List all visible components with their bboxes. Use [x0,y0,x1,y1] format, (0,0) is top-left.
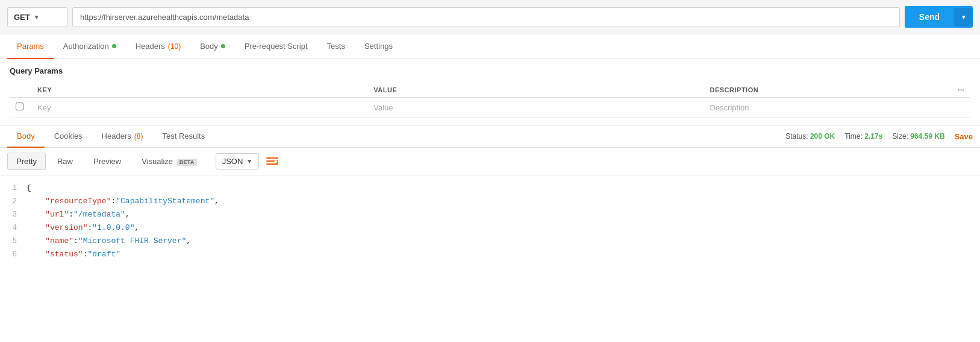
view-raw-button[interactable]: Raw [48,153,82,170]
json-line-2: 2 "resourceType": "CapabilityStatement", [0,195,980,208]
table-row: Key Value Description [10,98,970,118]
body-dot [221,44,225,48]
resp-tab-body-label: Body [17,131,35,141]
tab-headers[interactable]: Headers (10) [126,34,190,59]
method-text: GET [14,13,30,22]
checkbox-col-header [10,83,31,98]
response-meta: Status: 200 OK Time: 2.17s Size: 964.59 … [785,132,973,141]
tab-tests-label: Tests [327,42,345,51]
size-label-text: Size: [892,132,908,141]
row-checkbox[interactable] [10,98,31,118]
method-chevron-icon: ▼ [34,14,40,21]
json-key-2: "resourceType" [45,195,111,208]
authorization-dot [112,44,116,48]
status-label: Status: 200 OK [785,132,835,141]
json-key-5: "name" [45,235,73,248]
svg-rect-0 [266,157,278,159]
tab-params-label: Params [17,42,44,51]
size-value: 964.59 KB [910,132,944,141]
status-value: 200 OK [810,132,835,141]
svg-rect-2 [266,163,278,165]
url-input[interactable] [72,7,900,27]
resp-tab-headers-label: Headers [102,131,131,141]
resp-tab-body[interactable]: Body [7,125,45,148]
time-label-text: Time: [844,132,863,141]
tab-settings-label: Settings [364,42,393,51]
key-col-header: KEY [31,83,367,98]
send-dropdown-button[interactable]: ▼ [954,8,973,27]
svg-rect-1 [266,160,275,162]
tab-headers-label: Headers [136,42,165,51]
tab-tests[interactable]: Tests [317,34,355,59]
row-more [952,98,970,118]
tab-params[interactable]: Params [7,34,54,59]
send-button-group: Send ▼ [905,6,973,28]
headers-badge: (10) [168,42,181,51]
top-bar: GET ▼ Send ▼ [0,0,980,34]
status-label-text: Status: [785,132,808,141]
json-key-4: "version" [45,221,87,235]
tab-pre-request-label: Pre-request Script [245,42,308,51]
json-line-4: 4 "version": "1.0.0.0", [0,221,980,235]
tab-settings[interactable]: Settings [355,34,402,59]
row-description[interactable]: Description [704,98,952,118]
json-brace-open: { [27,182,31,195]
json-line-6: 6 "status": "draft" [0,248,980,261]
more-col-header: ··· [952,83,970,98]
format-select[interactable]: JSON ▼ [216,153,260,169]
time-label: Time: 2.17s [844,132,882,141]
json-val-3: "/metadata" [73,208,125,221]
response-tabs-row: Body Cookies Headers (8) Test Results St… [0,125,980,148]
resp-tab-headers[interactable]: Headers (8) [92,125,153,148]
json-content: 1 { 2 "resourceType": "CapabilityStateme… [0,176,980,268]
json-key-6: "status" [45,248,83,261]
line-num-5: 5 [2,235,27,247]
json-key-3: "url" [45,208,69,221]
line-num-4: 4 [2,222,27,234]
view-visualize-button[interactable]: Visualize BETA [133,153,205,170]
query-params-title: Query Params [10,66,970,75]
row-value[interactable]: Value [367,98,704,118]
json-val-6: "draft" [87,248,120,261]
row-key[interactable]: Key [31,98,367,118]
time-value: 2.17s [864,132,882,141]
view-pretty-button[interactable]: Pretty [7,153,46,170]
line-num-6: 6 [2,249,27,261]
json-line-5: 5 "name": "Microsoft FHIR Server", [0,235,980,248]
resp-headers-badge: (8) [134,132,143,141]
query-params-section: Query Params KEY VALUE DESCRIPTION ··· K… [0,59,980,125]
view-preview-button[interactable]: Preview [84,153,130,170]
format-text: JSON [222,157,243,166]
response-tabs: Body Cookies Headers (8) Test Results [7,125,214,147]
beta-badge: BETA [177,159,197,166]
resp-tab-test-results-label: Test Results [162,131,205,141]
tab-authorization[interactable]: Authorization [54,34,126,59]
json-line-1: 1 { [0,182,980,195]
send-button[interactable]: Send [905,6,954,28]
response-section: Body Cookies Headers (8) Test Results St… [0,125,980,268]
method-select[interactable]: GET ▼ [7,7,67,27]
params-table: KEY VALUE DESCRIPTION ··· Key Value Desc… [10,83,970,118]
tab-body-label: Body [200,42,218,51]
request-tabs: Params Authorization Headers (10) Body P… [0,34,980,59]
tab-pre-request-script[interactable]: Pre-request Script [235,34,317,59]
size-label: Size: 964.59 KB [892,132,944,141]
json-val-4: "1.0.0.0" [92,221,134,235]
value-col-header: VALUE [367,83,704,98]
resp-tab-cookies[interactable]: Cookies [45,125,92,148]
body-toolbar: Pretty Raw Preview Visualize BETA JSON ▼ [0,148,980,176]
save-button[interactable]: Save [955,132,973,141]
resp-tab-test-results[interactable]: Test Results [152,125,214,148]
json-line-3: 3 "url": "/metadata", [0,208,980,221]
format-chevron-icon: ▼ [246,158,252,165]
json-val-5: "Microsoft FHIR Server" [78,235,186,248]
tab-authorization-label: Authorization [63,42,109,51]
json-val-2: "CapabilityStatement" [116,195,214,208]
wrap-button[interactable] [266,157,278,166]
line-num-3: 3 [2,209,27,221]
line-num-2: 2 [2,195,27,207]
tab-body[interactable]: Body [190,34,235,59]
line-num-1: 1 [2,182,27,194]
resp-tab-cookies-label: Cookies [54,131,83,141]
wrap-icon [266,157,278,166]
